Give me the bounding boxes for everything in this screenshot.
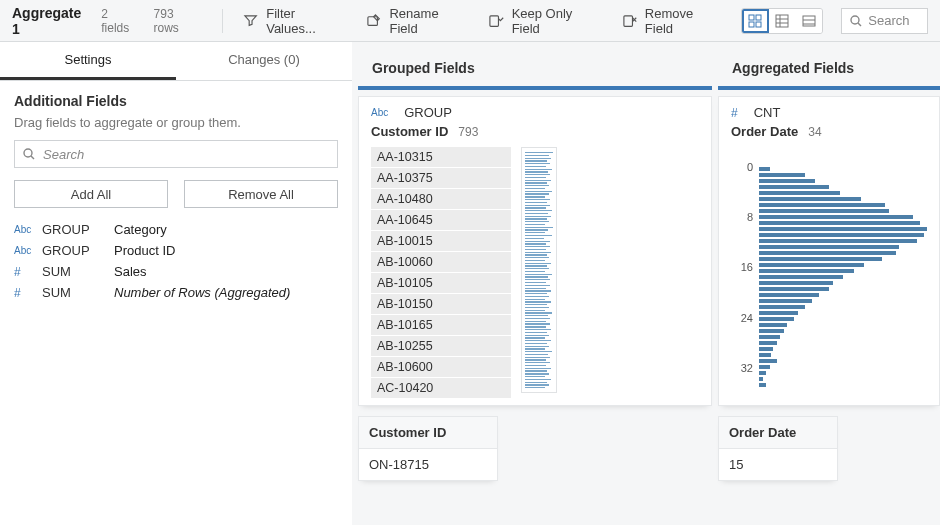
preview-bar — [525, 359, 546, 360]
grouped-value-item[interactable]: AA-10480 — [371, 189, 511, 209]
histogram-bar — [759, 293, 819, 297]
aggregated-field-card[interactable]: # CNT Order Date 34 08162432 — [718, 96, 940, 406]
histogram-bar — [759, 275, 843, 279]
histogram-bar — [759, 173, 805, 177]
preview-bar — [525, 155, 549, 156]
svg-rect-1 — [490, 15, 499, 25]
histogram-bar — [759, 191, 840, 195]
grouped-value-item[interactable]: AC-10420 — [371, 378, 511, 398]
remove-field-label: Remove Field — [645, 6, 721, 36]
remove-field-button[interactable]: Remove Field — [614, 2, 729, 40]
field-name[interactable]: Sales — [114, 264, 338, 279]
rename-field-button[interactable]: Rename Field — [358, 2, 474, 40]
preview-bar — [525, 169, 552, 170]
type-abc-icon: Abc — [14, 245, 42, 256]
remove-field-icon — [622, 13, 637, 29]
grouped-value-item[interactable]: AB-10600 — [371, 357, 511, 377]
preview-bar — [525, 351, 552, 352]
axis-tick: 24 — [741, 312, 753, 324]
fields-search-placeholder: Search — [43, 147, 84, 162]
cnt-agg-label: CNT — [754, 105, 781, 120]
histogram-bar — [759, 281, 833, 285]
preview-bar — [525, 218, 547, 219]
preview-bar — [525, 337, 545, 338]
remove-all-button[interactable]: Remove All — [184, 180, 338, 208]
keep-only-field-button[interactable]: Keep Only Field — [480, 2, 607, 40]
preview-bar — [525, 373, 549, 374]
preview-bar — [525, 188, 545, 189]
histogram-bar — [759, 329, 784, 333]
grouped-value-item[interactable]: AB-10060 — [371, 252, 511, 272]
grouped-field-name: Customer ID — [371, 124, 448, 139]
grouped-value-item[interactable]: AB-10255 — [371, 336, 511, 356]
preview-bar — [525, 171, 548, 172]
preview-bar — [525, 370, 547, 371]
preview-bar — [525, 229, 548, 230]
grouped-value-item[interactable]: AB-10105 — [371, 273, 511, 293]
filter-icon — [243, 13, 258, 29]
fields-search-input[interactable]: Search — [14, 140, 338, 168]
aggregated-fields-title: Aggregated Fields — [718, 50, 940, 86]
preview-bar — [525, 199, 550, 200]
type-abc-icon: Abc — [14, 224, 42, 235]
grouped-value-item[interactable]: AA-10645 — [371, 210, 511, 230]
field-name[interactable]: Product ID — [114, 243, 338, 258]
preview-bar — [525, 285, 550, 286]
field-name[interactable]: Number of Rows (Aggregated) — [114, 285, 338, 300]
preview-bar — [525, 249, 546, 250]
field-agg: SUM — [42, 285, 114, 300]
preview-bar — [525, 205, 550, 206]
tab-changes[interactable]: Changes (0) — [176, 42, 352, 80]
view-cards-button[interactable] — [742, 9, 769, 33]
preview-bar — [525, 348, 545, 349]
accent-bar — [358, 86, 712, 90]
view-rows-button[interactable] — [796, 9, 823, 33]
grouped-field-card[interactable]: Abc GROUP Customer ID 793 AA-10315AA-103… — [358, 96, 712, 406]
grouped-value-item[interactable]: AB-10150 — [371, 294, 511, 314]
histogram-bar — [759, 203, 885, 207]
histogram-bar — [759, 347, 773, 351]
rows-count: 793 rows — [154, 7, 200, 35]
field-agg: GROUP — [42, 222, 114, 237]
tab-settings[interactable]: Settings — [0, 42, 176, 80]
preview-bar — [525, 310, 545, 311]
grouped-value-item[interactable]: AA-10375 — [371, 168, 511, 188]
axis-tick: 8 — [747, 211, 753, 223]
histogram-bar — [759, 371, 766, 375]
grouped-value-item[interactable]: AA-10315 — [371, 147, 511, 167]
additional-fields-list: AbcGROUPCategoryAbcGROUPProduct ID#SUMSa… — [14, 222, 338, 300]
preview-bar — [525, 163, 550, 164]
left-tabs: Settings Changes (0) — [0, 42, 352, 81]
svg-rect-7 — [776, 15, 788, 27]
svg-point-14 — [851, 16, 859, 24]
add-all-button[interactable]: Add All — [14, 180, 168, 208]
preview-bar — [525, 166, 546, 167]
preview-bar — [525, 376, 545, 377]
field-name[interactable]: Category — [114, 222, 338, 237]
histogram-bar — [759, 245, 899, 249]
view-list-button[interactable] — [769, 9, 796, 33]
preview-bar — [525, 288, 546, 289]
search-icon — [850, 15, 862, 27]
preview-bar — [525, 301, 551, 302]
field-agg: GROUP — [42, 243, 114, 258]
preview-bar — [525, 260, 545, 261]
preview-bar — [525, 213, 548, 214]
aggregated-fields-panel: Aggregated Fields # CNT Order Date 34 08… — [712, 42, 940, 525]
histogram-bar — [759, 251, 896, 255]
svg-rect-4 — [756, 15, 761, 20]
aggregated-data-preview: Order Date 15 — [718, 416, 838, 481]
preview-bar — [525, 384, 549, 385]
global-search-input[interactable]: Search — [841, 8, 928, 34]
preview-bar — [525, 335, 549, 336]
preview-bar — [525, 315, 548, 316]
grouped-value-item[interactable]: AB-10165 — [371, 315, 511, 335]
filter-values-button[interactable]: Filter Values... — [235, 2, 352, 40]
type-hash-icon: # — [14, 265, 42, 279]
grouped-value-item[interactable]: AB-10015 — [371, 231, 511, 251]
preview-bar — [525, 221, 549, 222]
preview-bar — [525, 185, 549, 186]
histogram-bar — [759, 335, 780, 339]
grouped-fields-title: Grouped Fields — [358, 50, 712, 86]
preview-bar — [525, 365, 546, 366]
